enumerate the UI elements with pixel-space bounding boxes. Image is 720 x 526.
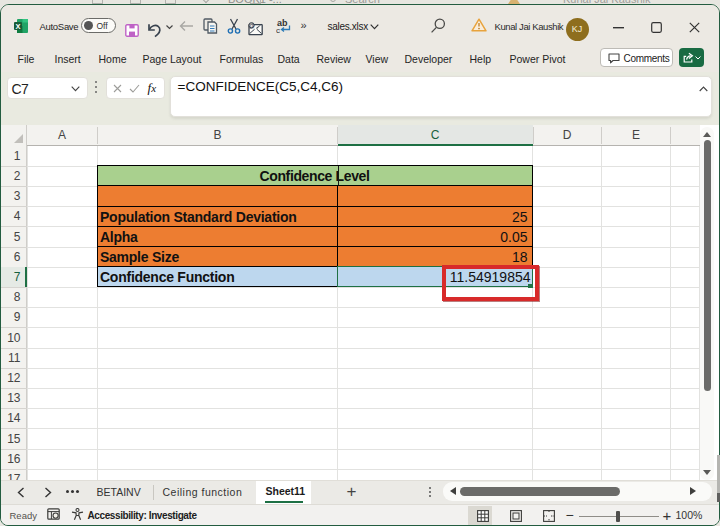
svg-text:c: c — [276, 25, 280, 34]
svg-text:X: X — [15, 21, 20, 30]
svg-text:@: @ — [248, 22, 255, 29]
